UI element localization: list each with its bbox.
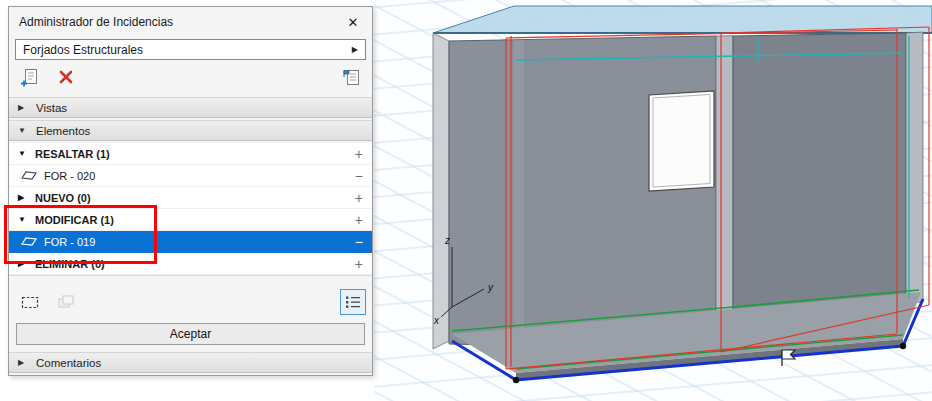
tree-group-modificar[interactable]: ▼ MODIFICAR (1) + [9, 209, 372, 231]
issue-filter-dropdown[interactable]: Forjados Estructurales ▶ [15, 39, 366, 60]
tree-item-label: FOR - 019 [44, 236, 95, 248]
dialog-title: Administrador de Incidencias [19, 15, 344, 29]
window-opening[interactable] [649, 91, 714, 191]
remove-item-button[interactable]: − [355, 169, 363, 183]
dialog-titlebar: Administrador de Incidencias ✕ [9, 7, 372, 37]
close-icon[interactable]: ✕ [344, 13, 362, 31]
section-vistas-label: Vistas [36, 102, 67, 114]
selection-toolbar [17, 287, 366, 317]
issue-manager-dialog: Administrador de Incidencias ✕ Forjados … [8, 6, 373, 376]
dropdown-arrow-icon: ▶ [352, 45, 358, 54]
collapse-arrow-icon: ▶ [18, 103, 27, 112]
marquee-icon [20, 292, 40, 312]
issue-toolbar [17, 63, 364, 91]
section-elementos[interactable]: ▼ Elementos [9, 120, 372, 141]
expand-arrow-icon: ▶ [18, 193, 28, 202]
marquee-button[interactable] [17, 289, 43, 315]
accept-button[interactable]: Aceptar [16, 323, 365, 345]
tree-group-label: ELIMINAR (0) [35, 258, 105, 270]
add-item-button[interactable]: + [355, 147, 363, 161]
add-item-button[interactable]: + [355, 213, 363, 227]
new-issue-button[interactable] [17, 64, 43, 90]
add-item-button[interactable]: + [355, 257, 363, 271]
tree-group-resaltar[interactable]: ▼ RESALTAR (1) + [9, 143, 372, 165]
slab-element-icon [21, 170, 37, 181]
axis-label-x: x [433, 315, 440, 326]
edit-handle-left[interactable] [513, 377, 519, 383]
edit-handle-right[interactable] [900, 343, 906, 349]
section-elementos-label: Elementos [36, 125, 90, 137]
section-comentarios-label: Comentarios [36, 357, 101, 369]
tree-group-label: NUEVO (0) [35, 192, 91, 204]
axis-label-z: z [444, 235, 450, 246]
issue-organizer-icon [341, 67, 362, 88]
tree-group-eliminar[interactable]: ▶ ELIMINAR (0) + [9, 253, 372, 275]
tree-item-for-020[interactable]: FOR - 020 − [9, 165, 372, 187]
tree-item-for-019[interactable]: FOR - 019 − [9, 231, 372, 253]
section-vistas[interactable]: ▶ Vistas [9, 97, 372, 118]
tree-group-nuevo[interactable]: ▶ NUEVO (0) + [9, 187, 372, 209]
axis-label-y: y [487, 282, 494, 293]
issue-organizer-button[interactable] [338, 64, 364, 90]
add-item-button[interactable]: + [355, 191, 363, 205]
delete-issue-icon [57, 68, 75, 86]
tree-group-label: MODIFICAR (1) [35, 214, 114, 226]
expand-arrow-icon: ▼ [18, 215, 28, 224]
elements-tree: ▼ RESALTAR (1) + FOR - 020 − ▶ NUEVO (0)… [9, 143, 372, 276]
detail-list-icon [343, 292, 363, 312]
new-issue-icon [20, 67, 41, 88]
issue-filter-value: Forjados Estructurales [23, 43, 143, 57]
tree-group-label: RESALTAR (1) [35, 148, 110, 160]
add-highlight-button[interactable] [53, 289, 79, 315]
expand-arrow-icon: ▶ [18, 259, 28, 268]
collapse-arrow-icon: ▶ [18, 358, 27, 367]
expand-arrow-icon: ▼ [18, 149, 28, 158]
collapse-arrow-icon: ▼ [18, 126, 27, 135]
slab-element-icon [21, 236, 37, 247]
section-comentarios[interactable]: ▶ Comentarios [9, 352, 372, 373]
add-highlight-icon [56, 292, 76, 312]
remove-item-button[interactable]: − [355, 235, 363, 249]
delete-issue-button[interactable] [53, 64, 79, 90]
tree-item-label: FOR - 020 [44, 170, 95, 182]
detail-list-toggle[interactable] [340, 289, 366, 315]
